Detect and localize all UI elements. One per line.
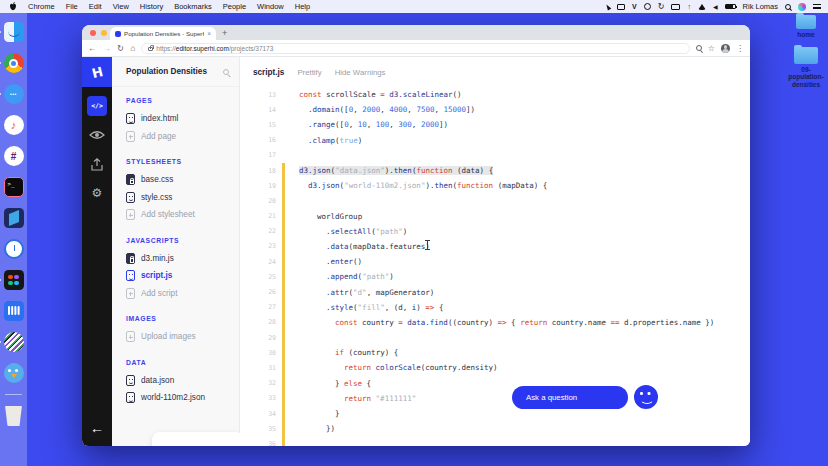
- code-line[interactable]: 18d3.json("data.json").then(function (da…: [240, 163, 750, 178]
- reload-button[interactable]: ↻: [117, 43, 124, 53]
- dock-item-intercom[interactable]: [4, 301, 24, 321]
- browser-menu-icon[interactable]: ⋮: [736, 44, 744, 53]
- code-line[interactable]: 23.data(mapData.features): [240, 239, 750, 254]
- code-line[interactable]: 34}: [240, 406, 750, 421]
- line-number: 28: [240, 318, 282, 326]
- add-item-add-page[interactable]: Add page: [126, 128, 239, 146]
- display-icon[interactable]: [671, 4, 680, 10]
- arrow-up-icon[interactable]: ↑: [687, 3, 691, 10]
- bookmark-star-icon[interactable]: ☆: [708, 44, 715, 53]
- code-line[interactable]: 28const country = data.find((country) =>…: [240, 315, 750, 330]
- code-line[interactable]: 33return "#111111": [240, 391, 750, 406]
- dock-item-figma[interactable]: [4, 270, 24, 290]
- preview-button[interactable]: [87, 125, 107, 145]
- dock-item-chrome[interactable]: [4, 53, 24, 73]
- volume-icon[interactable]: ◀: [713, 3, 718, 10]
- code-line[interactable]: 29: [240, 330, 750, 345]
- code-line[interactable]: 20: [240, 193, 750, 208]
- battery-icon[interactable]: [725, 4, 736, 10]
- code-line[interactable]: 35}): [240, 421, 750, 436]
- code-line[interactable]: 26.attr("d", mapGenerator): [240, 284, 750, 299]
- code-view-button[interactable]: </>: [87, 96, 107, 116]
- sidebar-file-base-css[interactable]: base.css: [126, 171, 239, 189]
- sidebar-file-data-json[interactable]: data.json: [126, 372, 239, 390]
- minimize-window-button[interactable]: [101, 30, 107, 36]
- dock-item-finder[interactable]: [4, 22, 24, 42]
- code-line[interactable]: 25.append("path"): [240, 269, 750, 284]
- forward-button[interactable]: →: [103, 43, 112, 53]
- home-button[interactable]: ⌂: [130, 43, 135, 53]
- dock-item-twitter[interactable]: [4, 363, 24, 383]
- desktop-folder-project[interactable]: 09-population-densities: [784, 47, 828, 88]
- dock-item-terminal[interactable]: [4, 177, 24, 197]
- siri-icon[interactable]: [798, 3, 806, 11]
- sidebar-file-world-110m2-json[interactable]: world-110m2.json: [126, 389, 239, 407]
- menu-item-window[interactable]: Window: [257, 2, 284, 11]
- menu-item-people[interactable]: People: [223, 2, 246, 11]
- menu-item-chrome[interactable]: Chrome: [28, 2, 55, 11]
- code-line[interactable]: 16.clamp(true): [240, 133, 750, 148]
- sidebar-file-style-css[interactable]: style.css: [126, 189, 239, 207]
- dock-item-stripes[interactable]: [4, 332, 24, 352]
- tab-close-icon[interactable]: ×: [207, 30, 211, 37]
- menu-item-help[interactable]: Help: [295, 2, 310, 11]
- address-input[interactable]: https://editor.superhi.com/projects/3717…: [141, 43, 690, 54]
- spotlight-icon[interactable]: [785, 4, 791, 10]
- dock-item-trash[interactable]: [4, 406, 24, 426]
- code-line[interactable]: 22.selectAll("path"): [240, 224, 750, 239]
- back-arrow-button[interactable]: ←: [90, 420, 104, 436]
- smiley-help-icon[interactable]: [632, 383, 660, 411]
- code-line[interactable]: 32} else {: [240, 376, 750, 391]
- add-item-upload-images[interactable]: Upload images: [126, 328, 239, 346]
- close-window-button[interactable]: [90, 30, 96, 36]
- browser-tab[interactable]: Population Densities - SuperHi ×: [110, 27, 216, 40]
- dock-item-vscode[interactable]: [4, 208, 24, 228]
- share-button[interactable]: [87, 154, 107, 174]
- wifi-icon[interactable]: [698, 4, 706, 10]
- code-line[interactable]: 24.enter(): [240, 254, 750, 269]
- back-button[interactable]: ←: [88, 43, 97, 53]
- dock-item-messages[interactable]: [4, 84, 24, 104]
- dock-item-music[interactable]: [4, 115, 24, 135]
- menu-item-view[interactable]: View: [113, 2, 129, 11]
- dock-item-slack[interactable]: [4, 146, 24, 166]
- search-icon[interactable]: [223, 69, 229, 75]
- code-line[interactable]: 19d3.json("world-110m2.json").then(funct…: [240, 178, 750, 193]
- prettify-button[interactable]: Prettify: [297, 68, 321, 77]
- code-line[interactable]: 13const scrollScale = d3.scaleLinear(): [240, 87, 750, 102]
- clock-icon[interactable]: [644, 3, 651, 10]
- code-line[interactable]: 14.domain([0, 2000, 4000, 7500, 15000]): [240, 102, 750, 117]
- cursor-icon[interactable]: [605, 3, 612, 10]
- code-area[interactable]: 13const scrollScale = d3.scaleLinear()14…: [240, 87, 750, 446]
- sync-icon[interactable]: ↻: [658, 2, 665, 11]
- code-line[interactable]: 21worldGroup: [240, 209, 750, 224]
- sidebar-file-script-js[interactable]: script.js: [126, 267, 239, 285]
- shield-icon[interactable]: V: [632, 3, 637, 10]
- code-line[interactable]: 36: [240, 436, 750, 446]
- dock-item-clockapp[interactable]: [4, 239, 24, 259]
- profile-avatar[interactable]: [721, 44, 730, 53]
- code-line[interactable]: 15.range([0, 10, 100, 300, 2000]): [240, 117, 750, 132]
- zoom-icon[interactable]: [696, 45, 702, 51]
- code-line[interactable]: 31return colorScale(country.density): [240, 360, 750, 375]
- code-line[interactable]: 27.style("fill", (d, i) => {: [240, 300, 750, 315]
- hide-warnings-button[interactable]: Hide Warnings: [335, 68, 386, 77]
- ask-a-question-button[interactable]: Ask a question: [512, 386, 628, 409]
- sidebar-file-index-html[interactable]: index.html: [126, 110, 239, 128]
- add-item-add-script[interactable]: Add script: [126, 285, 239, 303]
- screen-share-icon[interactable]: [617, 4, 625, 10]
- menu-item-bookmarks[interactable]: Bookmarks: [174, 2, 212, 11]
- add-item-add-stylesheet[interactable]: Add stylesheet: [126, 206, 239, 224]
- apple-icon[interactable]: [9, 2, 17, 11]
- settings-button[interactable]: ⚙: [87, 183, 107, 203]
- desktop-folder-home[interactable]: home: [784, 15, 828, 38]
- code-line[interactable]: 17: [240, 148, 750, 163]
- new-tab-button[interactable]: +: [222, 28, 227, 39]
- menu-item-file[interactable]: File: [66, 2, 78, 11]
- superhi-logo[interactable]: H: [82, 57, 112, 87]
- menu-item-edit[interactable]: Edit: [89, 2, 102, 11]
- code-line[interactable]: 30if (country) {: [240, 345, 750, 360]
- menu-item-history[interactable]: History: [140, 2, 163, 11]
- sidebar-file-d3-min-js[interactable]: d3.min.js: [126, 250, 239, 268]
- notification-center-icon[interactable]: [813, 4, 821, 10]
